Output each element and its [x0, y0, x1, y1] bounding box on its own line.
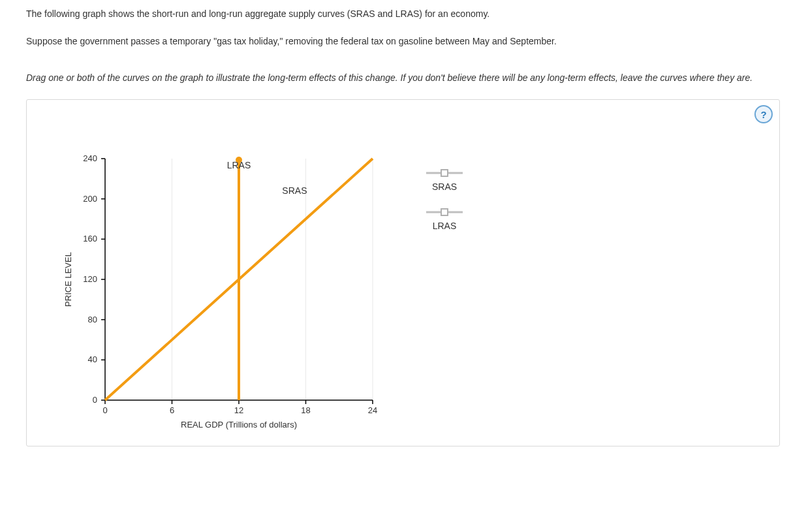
legend-sras-label: SRAS: [412, 181, 477, 192]
svg-text:200: 200: [83, 194, 97, 204]
curve-label-sras: SRAS: [282, 185, 307, 196]
svg-text:40: 40: [88, 355, 97, 365]
chart-svg: 0612182404080120160200240REAL GDP (Trill…: [59, 152, 392, 439]
legend-lras-label: LRAS: [412, 221, 477, 231]
svg-text:12: 12: [234, 405, 243, 415]
svg-text:160: 160: [83, 234, 97, 244]
svg-rect-35: [441, 209, 448, 215]
svg-text:0: 0: [102, 405, 107, 415]
intro-paragraph-2: Suppose the government passes a temporar…: [26, 34, 780, 50]
help-icon: ?: [760, 109, 766, 120]
svg-text:24: 24: [368, 405, 377, 415]
svg-text:REAL GDP (Trillions of dollars: REAL GDP (Trillions of dollars): [181, 420, 297, 430]
chart-plot[interactable]: 0612182404080120160200240REAL GDP (Trill…: [59, 152, 392, 433]
svg-text:80: 80: [88, 315, 97, 324]
legend-sras-symbol[interactable]: [425, 168, 464, 178]
instructions-text: Drag one or both of the curves on the gr…: [26, 69, 780, 87]
intro-text: The following graph shows the short-run …: [26, 7, 780, 50]
curve-label-lras: LRAS: [227, 161, 251, 171]
chart-legend: SRAS LRAS: [412, 168, 477, 247]
graph-panel: ? 0612182404080120160200240REAL GDP (Tri…: [26, 99, 780, 446]
svg-text:120: 120: [83, 274, 97, 284]
help-button[interactable]: ?: [754, 105, 773, 123]
svg-text:18: 18: [301, 405, 310, 415]
svg-text:240: 240: [83, 153, 97, 163]
svg-text:6: 6: [170, 405, 174, 415]
intro-paragraph-1: The following graph shows the short-run …: [26, 7, 780, 22]
legend-lras-symbol[interactable]: [425, 208, 464, 217]
svg-rect-33: [441, 170, 448, 176]
question-container: The following graph shows the short-run …: [0, 0, 806, 473]
svg-text:0: 0: [93, 395, 97, 405]
svg-text:PRICE LEVEL: PRICE LEVEL: [63, 252, 73, 307]
